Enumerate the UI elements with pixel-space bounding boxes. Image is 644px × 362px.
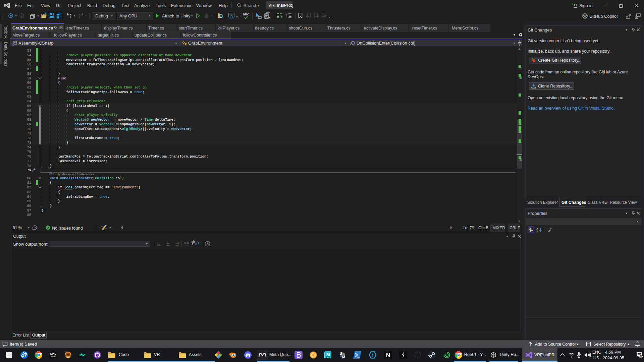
svg-text:Z: Z	[536, 230, 538, 233]
svg-text:EPIC: EPIC	[50, 352, 57, 355]
svg-text:GAMES: GAMES	[51, 356, 56, 357]
svg-text:?: ?	[285, 13, 287, 17]
svg-text:M: M	[342, 355, 345, 359]
svg-text:8: 8	[640, 356, 642, 358]
svg-text:M: M	[326, 352, 330, 357]
svg-text:AYA: AYA	[327, 357, 330, 358]
